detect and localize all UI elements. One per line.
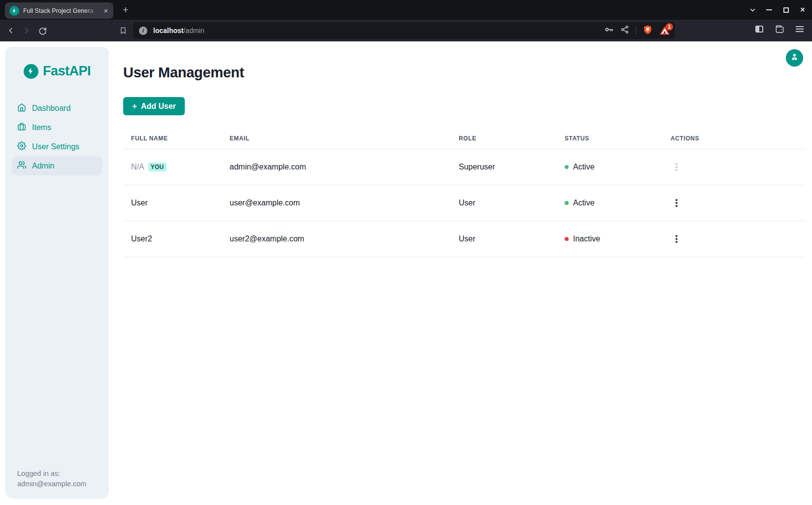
bookmark-icon[interactable] xyxy=(115,23,131,38)
user-avatar-button[interactable] xyxy=(786,49,803,67)
cell-status: Inactive xyxy=(573,235,600,243)
browser-tab[interactable]: Full Stack Project Genera × xyxy=(5,2,113,19)
fastapi-favicon-icon xyxy=(9,6,19,16)
browser-toolbar: i localhost/admin 1 xyxy=(0,20,812,41)
menu-icon[interactable] xyxy=(793,23,806,35)
sidebar-toggle-icon[interactable] xyxy=(753,23,766,35)
column-header-actions: Actions xyxy=(663,129,806,149)
row-actions-menu-icon[interactable] xyxy=(671,196,682,210)
table-row: User user@example.com User Active xyxy=(123,185,806,221)
user-icon xyxy=(790,52,799,64)
sidebar-item-label: User Settings xyxy=(32,142,79,151)
main-content: User Management + Add User Full name Ema… xyxy=(109,41,812,505)
rewards-notification-badge: 1 xyxy=(666,23,673,31)
row-actions-menu-icon[interactable] xyxy=(671,160,682,174)
cell-status: Active xyxy=(573,199,595,207)
sidebar-item-label: Dashboard xyxy=(32,104,70,113)
brand-name: FastAPI xyxy=(43,64,91,79)
add-user-label: Add User xyxy=(141,102,176,111)
cell-full-name: User2 xyxy=(123,221,222,257)
sidebar: FastAPI Dashboard Items xyxy=(5,47,109,499)
reload-button[interactable] xyxy=(34,23,50,38)
status-dot-active xyxy=(565,165,569,169)
brave-rewards-icon[interactable]: 1 xyxy=(659,25,670,36)
logged-in-email: admin@example.com xyxy=(17,479,86,489)
tab-search-chevron-icon[interactable] xyxy=(748,5,757,14)
browser-window: Full Stack Project Genera × + × i lo xyxy=(0,0,812,505)
sidebar-item-label: Items xyxy=(32,123,51,132)
table-header-row: Full name Email Role Status Actions xyxy=(123,129,806,149)
sidebar-item-admin[interactable]: Admin xyxy=(12,156,102,175)
cell-email: user@example.com xyxy=(222,185,451,221)
close-window-button[interactable]: × xyxy=(798,5,807,14)
fastapi-logo-icon xyxy=(24,64,38,79)
cell-role: Superuser xyxy=(451,149,557,185)
column-header-role: Role xyxy=(451,129,557,149)
row-actions-menu-icon[interactable] xyxy=(671,232,682,246)
cell-role: User xyxy=(451,185,557,221)
logged-in-label: Logged in as: xyxy=(17,469,86,479)
tab-title: Full Stack Project Genera xyxy=(23,7,102,14)
add-user-button[interactable]: + Add User xyxy=(123,97,185,115)
cell-role: User xyxy=(451,221,557,257)
cell-status: Active xyxy=(573,163,595,171)
cell-full-name: N/A xyxy=(131,163,144,171)
sidebar-item-label: Admin xyxy=(32,162,54,170)
fastapi-logo[interactable]: FastAPI xyxy=(12,64,102,79)
status-dot-active xyxy=(565,201,569,205)
table-row: N/AYOU admin@example.com Superuser Activ… xyxy=(123,149,806,185)
gear-icon xyxy=(17,141,26,152)
status-dot-inactive xyxy=(565,237,569,241)
password-key-icon[interactable] xyxy=(604,25,614,36)
url-text: localhost/admin xyxy=(153,27,604,34)
toolbar-divider xyxy=(636,26,636,35)
minimize-button[interactable] xyxy=(765,5,774,14)
forward-button[interactable] xyxy=(19,23,34,38)
maximize-button[interactable] xyxy=(781,5,790,14)
sidebar-nav: Dashboard Items User Settings xyxy=(12,99,102,175)
back-button[interactable] xyxy=(3,23,19,38)
home-icon xyxy=(17,103,26,114)
you-badge: YOU xyxy=(148,163,167,171)
url-path: /admin xyxy=(183,27,204,34)
users-table: Full name Email Role Status Actions N/AY… xyxy=(123,129,806,257)
wallet-icon[interactable] xyxy=(773,23,786,35)
briefcase-icon xyxy=(17,122,26,133)
sidebar-item-items[interactable]: Items xyxy=(12,118,102,137)
cell-email: admin@example.com xyxy=(222,149,451,185)
users-icon xyxy=(17,161,26,171)
share-icon[interactable] xyxy=(620,25,629,36)
tab-close-icon[interactable]: × xyxy=(102,6,110,15)
page-content: FastAPI Dashboard Items xyxy=(0,41,812,505)
column-header-full-name: Full name xyxy=(123,129,222,149)
cell-full-name: User xyxy=(123,185,222,221)
page-title: User Management xyxy=(123,64,806,81)
cell-email: user2@example.com xyxy=(222,221,451,257)
brave-shields-icon[interactable] xyxy=(643,25,653,37)
sidebar-item-user-settings[interactable]: User Settings xyxy=(12,137,102,156)
table-row: User2 user2@example.com User Inactive xyxy=(123,221,806,257)
sidebar-item-dashboard[interactable]: Dashboard xyxy=(12,99,102,118)
url-bar[interactable]: i localhost/admin 1 xyxy=(133,22,675,39)
logged-in-footer: Logged in as: admin@example.com xyxy=(17,469,86,489)
url-host: localhost xyxy=(153,27,183,34)
new-tab-button[interactable]: + xyxy=(120,4,132,16)
column-header-email: Email xyxy=(222,129,451,149)
site-info-icon[interactable]: i xyxy=(139,27,147,35)
column-header-status: Status xyxy=(557,129,663,149)
tab-strip: Full Stack Project Genera × + × xyxy=(0,0,812,20)
plus-icon: + xyxy=(132,102,137,110)
